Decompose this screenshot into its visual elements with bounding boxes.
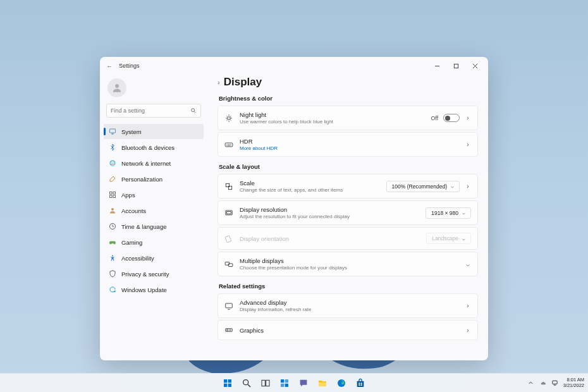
nav-label: Gaming	[121, 239, 142, 246]
nav-label: Network & internet	[121, 160, 171, 167]
sidebar-item-accessibility[interactable]: Accessibility	[104, 250, 204, 266]
sidebar-item-system[interactable]: System	[104, 124, 204, 139]
svg-rect-53	[319, 382, 326, 386]
chevron-down-icon: ⌵	[462, 236, 465, 242]
svg-text:HDR: HDR	[226, 144, 231, 146]
setting-card-hdr[interactable]: HDRHDRMore about HDR›	[217, 132, 478, 157]
minimize-button[interactable]	[427, 57, 446, 75]
svg-rect-35	[226, 303, 233, 307]
setting-card-multiple-displays[interactable]: Multiple displaysChoose the presentation…	[217, 252, 478, 276]
card-subtitle: Change the size of text, apps, and other…	[240, 187, 380, 193]
sidebar-item-personalization[interactable]: Personalization	[104, 171, 204, 187]
taskbar-chat-icon[interactable]	[295, 375, 312, 391]
tray-date: 3/21/2022	[563, 383, 584, 388]
taskbar-edge-icon[interactable]	[333, 375, 350, 391]
search-icon	[190, 107, 197, 114]
sidebar-item-gaming[interactable]: Gaming	[104, 235, 204, 250]
search-box[interactable]	[106, 104, 201, 118]
chevron-right-icon: ›	[465, 327, 471, 334]
card-subtitle: Display information, refresh rate	[240, 307, 458, 312]
taskbar-search-icon[interactable]	[238, 375, 255, 391]
card-title: Advanced display	[240, 299, 458, 306]
sidebar-item-accounts[interactable]: Accounts	[104, 203, 204, 218]
svg-rect-50	[285, 379, 288, 383]
taskbar-store-icon[interactable]	[352, 375, 369, 391]
nav-label: Windows Update	[121, 286, 167, 293]
graphics-icon	[224, 326, 233, 334]
svg-rect-56	[358, 383, 360, 384]
sidebar-item-time-language[interactable]: Time & language	[104, 219, 204, 234]
taskbar-center	[219, 375, 369, 391]
svg-rect-59	[361, 384, 362, 386]
advanced-icon	[224, 302, 233, 310]
svg-rect-48	[266, 380, 269, 386]
sidebar-item-bluetooth-devices[interactable]: Bluetooth & devices	[104, 140, 204, 155]
taskbar-start-icon[interactable]	[219, 375, 236, 391]
network-tray-icon[interactable]	[551, 379, 558, 386]
sidebar-item-privacy-security[interactable]: Privacy & security	[104, 266, 204, 281]
setting-card-display-orientation: Display orientationLandscape⌵	[217, 227, 478, 250]
nav-label: Apps	[121, 192, 135, 199]
nav-label: Privacy & security	[121, 271, 169, 278]
system-icon	[109, 128, 116, 135]
section-title: Scale & layout	[219, 163, 478, 170]
sidebar-item-windows-update[interactable]: Windows Update	[104, 282, 204, 297]
dropdown[interactable]: 100% (Recommended)⌵	[386, 181, 460, 192]
svg-rect-13	[113, 195, 116, 198]
taskbar-explorer-icon[interactable]	[314, 375, 331, 391]
nav-label: Time & language	[121, 223, 166, 230]
profile-block[interactable]	[104, 75, 204, 104]
dropdown-value: 1918 × 980	[431, 210, 458, 216]
taskbar-widgets-icon[interactable]	[276, 375, 293, 391]
sidebar: SystemBluetooth & devicesNetwork & inter…	[100, 75, 207, 360]
setting-card-advanced-display[interactable]: Advanced displayDisplay information, ref…	[217, 293, 478, 318]
chevron-up-icon[interactable]	[527, 379, 534, 386]
accounts-icon	[109, 207, 116, 214]
nav-label: Bluetooth & devices	[121, 144, 175, 151]
clock[interactable]: 8:01 AM 3/21/2022	[563, 377, 584, 388]
card-title: Graphics	[240, 327, 458, 334]
svg-rect-10	[110, 192, 113, 195]
onedrive-icon[interactable]	[539, 379, 546, 386]
window-title: Settings	[119, 63, 140, 69]
svg-line-46	[248, 384, 250, 387]
svg-rect-49	[281, 379, 284, 383]
network-icon	[109, 159, 116, 167]
sidebar-item-network-internet[interactable]: Network & internet	[104, 156, 204, 171]
svg-point-17	[228, 116, 231, 119]
sidebar-item-apps[interactable]: Apps	[104, 187, 204, 202]
setting-card-graphics[interactable]: Graphics›	[217, 320, 478, 340]
svg-point-38	[227, 329, 228, 331]
setting-card-night-light[interactable]: Night lightUse warmer colors to help blo…	[217, 106, 478, 130]
card-link[interactable]: More about HDR	[240, 145, 458, 151]
svg-line-25	[230, 116, 231, 116]
dropdown[interactable]: 1918 × 980⌵	[426, 207, 471, 219]
svg-rect-11	[113, 192, 116, 195]
svg-point-5	[192, 109, 195, 112]
maximize-button[interactable]	[446, 57, 465, 75]
toggle-switch[interactable]	[443, 114, 460, 122]
titlebar[interactable]: ← Settings	[100, 57, 488, 75]
nightlight-icon	[224, 114, 233, 123]
breadcrumb-chevron-icon[interactable]: ›	[217, 78, 220, 86]
setting-card-scale[interactable]: ScaleChange the size of text, apps, and …	[217, 174, 478, 199]
close-button[interactable]	[465, 57, 484, 75]
svg-rect-52	[285, 383, 288, 386]
nav-label: Accounts	[121, 207, 146, 214]
chevron-right-icon: ›	[465, 114, 471, 121]
svg-line-6	[194, 111, 195, 113]
back-button[interactable]: ←	[104, 63, 115, 70]
chevron-right-icon: ›	[465, 141, 471, 148]
taskbar-taskview-icon[interactable]	[257, 375, 274, 391]
taskbar: 8:01 AM 3/21/2022	[0, 373, 588, 392]
accessibility-icon	[109, 254, 116, 262]
avatar	[107, 78, 126, 97]
main-content[interactable]: › Display Brightness & colorNight lightU…	[207, 75, 488, 360]
privacy-icon	[109, 270, 116, 278]
svg-rect-43	[224, 383, 227, 386]
resolution-icon	[224, 209, 233, 217]
svg-rect-55	[357, 381, 364, 386]
setting-card-display-resolution[interactable]: Display resolutionAdjust the resolution …	[217, 200, 478, 225]
search-input[interactable]	[111, 107, 190, 114]
system-tray[interactable]: 8:01 AM 3/21/2022	[527, 377, 584, 388]
